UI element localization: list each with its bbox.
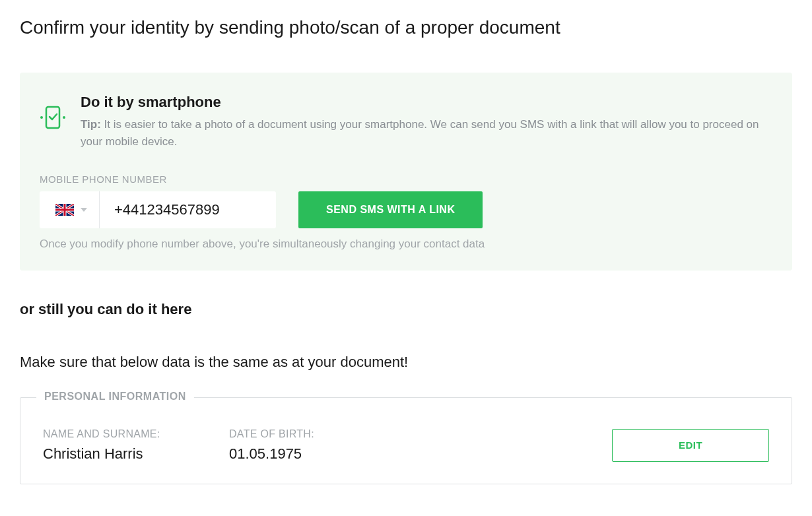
phone-field-label: MOBILE PHONE NUMBER bbox=[40, 174, 772, 185]
phone-number-input[interactable] bbox=[100, 201, 310, 218]
dob-label: DATE OF BIRTH: bbox=[229, 428, 612, 440]
country-code-selector[interactable] bbox=[40, 191, 100, 228]
name-value: Christian Harris bbox=[43, 445, 229, 463]
chevron-down-icon bbox=[81, 208, 87, 212]
tip-description-text: It is easier to take a photo of a docume… bbox=[81, 118, 759, 148]
send-sms-button[interactable]: SEND SMS WITH A LINK bbox=[298, 191, 483, 228]
tip-header: Do it by smartphone Tip: It is easier to… bbox=[40, 94, 772, 151]
tip-description: Tip: It is easier to take a photo of a d… bbox=[81, 116, 772, 151]
phone-modify-note: Once you modify phone number above, you'… bbox=[40, 238, 772, 251]
name-column: NAME AND SURNAME: Christian Harris bbox=[43, 428, 229, 463]
svg-point-1 bbox=[63, 116, 65, 119]
data-match-warning: Make sure that below data is the same as… bbox=[20, 354, 792, 371]
personal-info-row: NAME AND SURNAME: Christian Harris DATE … bbox=[43, 428, 769, 463]
alternative-heading: or still you can do it here bbox=[20, 301, 792, 318]
phone-input-row: SEND SMS WITH A LINK bbox=[40, 191, 772, 228]
uk-flag-icon bbox=[55, 204, 74, 216]
smartphone-tip-panel: Do it by smartphone Tip: It is easier to… bbox=[20, 73, 792, 271]
name-label: NAME AND SURNAME: bbox=[43, 428, 229, 440]
smartphone-check-icon bbox=[40, 106, 66, 132]
edit-button[interactable]: EDIT bbox=[612, 429, 769, 462]
tip-title: Do it by smartphone bbox=[81, 94, 772, 111]
dob-value: 01.05.1975 bbox=[229, 445, 612, 463]
phone-input-group bbox=[40, 191, 276, 228]
tip-text-block: Do it by smartphone Tip: It is easier to… bbox=[81, 94, 772, 151]
dob-column: DATE OF BIRTH: 01.05.1975 bbox=[229, 428, 612, 463]
personal-information-fieldset: PERSONAL INFORMATION NAME AND SURNAME: C… bbox=[20, 397, 792, 484]
page-title: Confirm your identity by sending photo/s… bbox=[20, 17, 792, 38]
fieldset-legend: PERSONAL INFORMATION bbox=[36, 391, 194, 403]
tip-prefix: Tip: bbox=[81, 118, 101, 131]
svg-point-0 bbox=[40, 116, 43, 119]
